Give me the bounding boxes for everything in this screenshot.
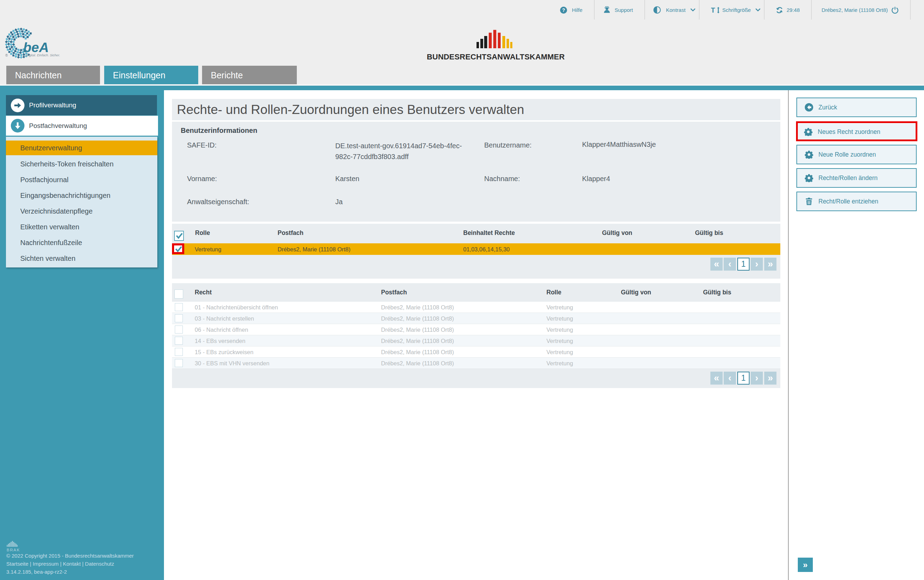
svg-text:T: T <box>711 7 715 14</box>
svg-text:Digital. Einfach. Sicher.: Digital. Einfach. Sicher. <box>26 53 60 57</box>
svg-text:beA: beA <box>23 40 49 55</box>
svg-text:BUNDESRECHTSANWALTSKAMMER: BUNDESRECHTSANWALTSKAMMER <box>427 53 565 61</box>
svg-text:®: ® <box>5 53 8 57</box>
svg-text:?: ? <box>562 7 565 13</box>
svg-text:BRAK: BRAK <box>7 548 20 552</box>
